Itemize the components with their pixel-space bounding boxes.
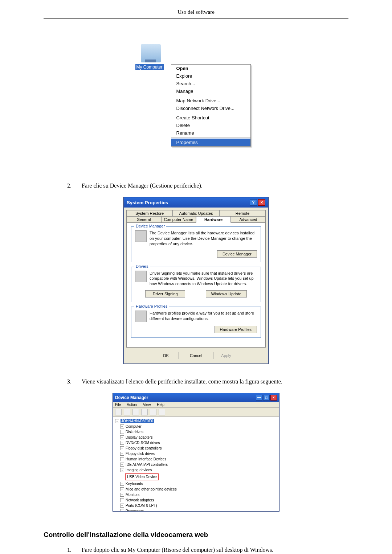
menu-help[interactable]: Help bbox=[157, 403, 164, 407]
tab-general[interactable]: General bbox=[126, 216, 161, 223]
figure-device-manager: Device Manager — □ × File Action View He… bbox=[44, 393, 348, 513]
maximize-icon[interactable]: □ bbox=[263, 395, 270, 401]
cancel-button[interactable]: Cancel bbox=[183, 352, 209, 359]
group-hardware-profiles: Hardware Profiles Hardware profiles prov… bbox=[131, 307, 261, 338]
group-device-manager: Device Manager The Device Manager lists … bbox=[131, 226, 261, 262]
device-manager-button[interactable]: Device Manager bbox=[217, 250, 257, 258]
driver-signing-button[interactable]: Driver Signing bbox=[145, 290, 185, 297]
tab-remote[interactable]: Remote bbox=[219, 210, 266, 216]
tree-node[interactable]: Computer bbox=[126, 424, 142, 428]
running-header: Uso del software bbox=[44, 9, 348, 17]
menu-item-rename[interactable]: Rename bbox=[171, 129, 250, 137]
hwprofiles-group-icon bbox=[135, 311, 147, 322]
hwprofiles-group-text: Hardware profiles provide a way for you … bbox=[150, 311, 257, 322]
figure-system-properties: System Properties ? × System Restore Aut… bbox=[44, 197, 348, 364]
apply-button[interactable]: Apply bbox=[213, 352, 239, 359]
step-3-text: Viene visualizzato l'elenco delle perife… bbox=[82, 378, 348, 385]
tree-node[interactable]: Keyboards bbox=[126, 482, 143, 486]
menu-item-disconnect-drive[interactable]: Disconnect Network Drive... bbox=[171, 104, 250, 112]
drivers-group-text: Driver Signing lets you make sure that i… bbox=[150, 271, 257, 287]
tab-system-restore[interactable]: System Restore bbox=[126, 210, 173, 216]
tree-node[interactable]: Mice and other pointing devices bbox=[126, 487, 177, 491]
tree-node[interactable]: Imaging devices bbox=[126, 468, 152, 472]
devmgr-titlebar: Device Manager — □ × bbox=[113, 393, 279, 402]
context-menu: Open Explore Search... Manage Map Networ… bbox=[171, 64, 251, 147]
devmgr-title: Device Manager bbox=[115, 395, 148, 400]
devmgr-group-text: The Device Manager lists all the hardwar… bbox=[150, 230, 257, 247]
devmgr-tree: -JOHNAHN-D3F0F6 +Computer +Disk drives +… bbox=[113, 417, 279, 511]
tool-props-icon[interactable] bbox=[141, 409, 148, 415]
tree-node[interactable]: IDE ATA/ATAPI controllers bbox=[126, 463, 168, 467]
menu-item-delete[interactable]: Delete bbox=[171, 122, 250, 129]
tree-node[interactable]: Network adapters bbox=[126, 498, 154, 502]
menu-view[interactable]: View bbox=[143, 403, 151, 407]
tab-hardware[interactable]: Hardware bbox=[196, 216, 231, 223]
hardware-profiles-button[interactable]: Hardware Profiles bbox=[215, 326, 257, 333]
minimize-icon[interactable]: — bbox=[256, 395, 262, 401]
step-camera-1: 1. Fare doppio clic su My Computer (Riso… bbox=[67, 547, 348, 553]
menu-item-explore[interactable]: Explore bbox=[171, 72, 250, 80]
menu-file[interactable]: File bbox=[115, 403, 121, 407]
step-2: 2. Fare clic su Device Manager (Gestione… bbox=[67, 182, 348, 189]
tree-node[interactable]: Floppy disk controllers bbox=[126, 446, 162, 450]
menu-item-search[interactable]: Search... bbox=[171, 80, 250, 87]
menu-item-manage[interactable]: Manage bbox=[171, 87, 250, 95]
rule-top bbox=[44, 19, 348, 19]
step-3-number: 3. bbox=[67, 378, 82, 385]
tree-node[interactable]: Display adapters bbox=[126, 435, 152, 439]
menu-item-shortcut[interactable]: Create Shortcut bbox=[171, 114, 250, 122]
group-title-hwprofiles: Hardware Profiles bbox=[134, 304, 169, 308]
tree-node[interactable]: DVD/CD-ROM drives bbox=[126, 441, 160, 445]
ok-button[interactable]: OK bbox=[153, 352, 179, 359]
tree-node[interactable]: Monitors bbox=[126, 493, 139, 497]
tab-automatic-updates[interactable]: Automatic Updates bbox=[173, 210, 219, 216]
help-icon[interactable]: ? bbox=[250, 199, 257, 206]
my-computer-label: My Computer bbox=[135, 64, 164, 70]
tool-scan-icon[interactable] bbox=[159, 409, 165, 415]
tree-node[interactable]: Disk drives bbox=[126, 430, 143, 434]
tool-tree-icon[interactable] bbox=[132, 409, 139, 415]
usb-video-device-highlight[interactable]: USB Video Device bbox=[125, 473, 159, 480]
step-2-number: 2. bbox=[67, 182, 82, 189]
menu-item-open[interactable]: Open bbox=[171, 65, 250, 72]
menu-item-map-drive[interactable]: Map Network Drive... bbox=[171, 97, 250, 104]
tool-forward-icon[interactable] bbox=[124, 409, 130, 415]
group-title-devmgr: Device Manager bbox=[134, 224, 166, 228]
close-icon[interactable]: × bbox=[270, 395, 277, 401]
tab-computer-name[interactable]: Computer Name bbox=[161, 216, 196, 223]
tree-node[interactable]: Floppy disk drives bbox=[126, 452, 155, 456]
devmgr-group-icon bbox=[135, 230, 147, 242]
group-title-drivers: Drivers bbox=[134, 264, 150, 268]
tree-root[interactable]: JOHNAHN-D3F0F6 bbox=[121, 419, 154, 423]
step-camera-1-number: 1. bbox=[67, 547, 82, 553]
tree-node[interactable]: Processors bbox=[126, 509, 144, 511]
step-2-text: Fare clic su Device Manager (Gestione pe… bbox=[82, 182, 348, 189]
windows-update-button[interactable]: Windows Update bbox=[206, 290, 247, 297]
step-3: 3. Viene visualizzato l'elenco delle per… bbox=[67, 378, 348, 385]
devmgr-toolbar bbox=[113, 408, 279, 417]
my-computer-icon bbox=[141, 44, 161, 62]
devmgr-menubar: File Action View Help bbox=[113, 402, 279, 408]
tool-refresh-icon[interactable] bbox=[150, 409, 156, 415]
section-heading-camera: Controllo dell'installazione della video… bbox=[44, 531, 348, 539]
drivers-group-icon bbox=[135, 271, 147, 282]
close-icon[interactable]: × bbox=[258, 199, 265, 206]
step-camera-1-text: Fare doppio clic su My Computer (Risorse… bbox=[82, 547, 348, 553]
menu-action[interactable]: Action bbox=[127, 403, 137, 407]
figure-my-computer-menu: My Computer Open Explore Search... Manag… bbox=[44, 44, 348, 168]
tab-advanced[interactable]: Advanced bbox=[231, 216, 266, 223]
sysprops-title: System Properties bbox=[127, 200, 168, 205]
tool-back-icon[interactable] bbox=[115, 409, 122, 415]
sysprops-titlebar: System Properties ? × bbox=[124, 197, 268, 208]
menu-item-properties[interactable]: Properties bbox=[171, 139, 250, 146]
tree-node[interactable]: Ports (COM & LPT) bbox=[126, 504, 157, 508]
tree-node[interactable]: Human Interface Devices bbox=[126, 457, 166, 461]
group-drivers: Drivers Driver Signing lets you make sur… bbox=[131, 267, 261, 303]
